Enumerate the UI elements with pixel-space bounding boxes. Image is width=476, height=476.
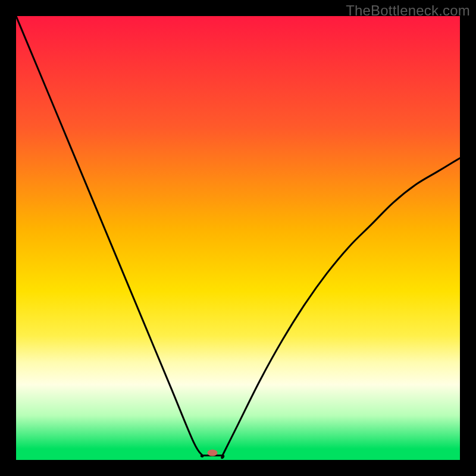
chart-frame: TheBottleneck.com — [0, 0, 476, 476]
chart-gradient-background — [16, 16, 460, 460]
